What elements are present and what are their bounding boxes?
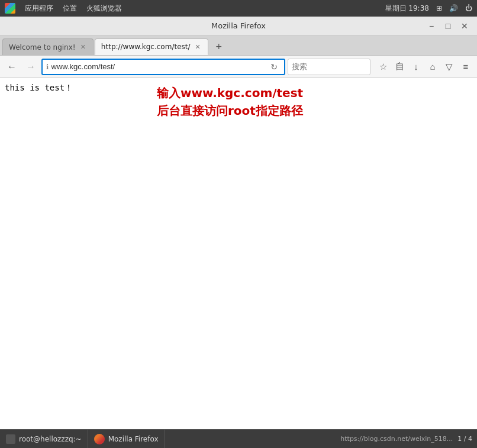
page-content-text: this is test！ bbox=[5, 83, 73, 92]
system-bar-left: 应用程序 位置 火狐浏览器 bbox=[5, 3, 122, 14]
bookmark-button[interactable]: ☆ bbox=[375, 59, 391, 75]
page-content: this is test！ 输入www.kgc.com/test 后台直接访问r… bbox=[0, 78, 477, 429]
tab-bar: Welcome to nginx! ✕ http://www.kgc.com/t… bbox=[0, 36, 477, 56]
firefox-icon bbox=[94, 434, 105, 444]
tab-nginx-close[interactable]: ✕ bbox=[79, 43, 87, 51]
reload-button[interactable]: ↻ bbox=[267, 60, 281, 73]
shield-button[interactable]: ▽ bbox=[441, 59, 457, 75]
terminal-icon bbox=[6, 434, 15, 444]
menu-item-position[interactable]: 位置 bbox=[63, 4, 77, 14]
info-icon: ℹ bbox=[46, 63, 49, 71]
nav-bar: ← → ℹ ↻ ☆ 自 ↓ ⌂ ▽ ≡ bbox=[0, 56, 477, 78]
annotation-line2: 后台直接访问root指定路径 bbox=[157, 102, 303, 120]
taskbar-terminal-label: root@hellozzzq:~ bbox=[19, 435, 82, 443]
toolbar-icons: ☆ 自 ↓ ⌂ ▽ ≡ bbox=[375, 59, 473, 75]
menu-item-firefox[interactable]: 火狐浏览器 bbox=[86, 4, 122, 14]
tab-test-label: http://www.kgc.com/test/ bbox=[101, 43, 191, 51]
search-input[interactable] bbox=[292, 62, 366, 71]
tab-nginx-label: Welcome to nginx! bbox=[9, 43, 76, 51]
search-bar[interactable] bbox=[288, 59, 370, 75]
power-icon[interactable]: ⏻ bbox=[465, 4, 472, 12]
annotation: 输入www.kgc.com/test 后台直接访问root指定路径 bbox=[157, 84, 303, 120]
home-button[interactable]: ⌂ bbox=[425, 59, 440, 75]
menu-button[interactable]: ≡ bbox=[458, 59, 473, 75]
taskbar-page-num: 1 / 4 bbox=[457, 435, 477, 443]
taskbar-terminal[interactable]: root@hellozzzq:~ bbox=[0, 430, 88, 448]
back-button[interactable]: ← bbox=[4, 59, 20, 75]
forward-button[interactable]: → bbox=[22, 59, 39, 75]
taskbar-firefox[interactable]: Mozilla Firefox bbox=[88, 430, 165, 448]
system-bar-right: 星期日 19:38 ⊞ 🔊 ⏻ bbox=[385, 4, 472, 14]
browser-title-bar: Mozilla Firefox − □ ✕ bbox=[0, 17, 477, 36]
download-button[interactable]: ↓ bbox=[408, 59, 424, 75]
annotation-line1: 输入www.kgc.com/test bbox=[157, 84, 303, 102]
browser-title: Mozilla Firefox bbox=[211, 21, 266, 30]
maximize-button[interactable]: □ bbox=[440, 20, 456, 33]
new-tab-button[interactable]: + bbox=[211, 38, 227, 55]
window-controls: − □ ✕ bbox=[424, 20, 472, 33]
apps-logo-icon[interactable] bbox=[5, 3, 15, 14]
system-bar: 应用程序 位置 火狐浏览器 星期日 19:38 ⊞ 🔊 ⏻ bbox=[0, 0, 477, 17]
reader-button[interactable]: 自 bbox=[392, 59, 407, 75]
taskbar-url-hint: https://blog.csdn.net/weixin_518... bbox=[340, 435, 457, 443]
tab-test-close[interactable]: ✕ bbox=[194, 43, 202, 51]
address-input[interactable] bbox=[51, 62, 265, 71]
minimize-button[interactable]: − bbox=[424, 20, 439, 33]
address-bar[interactable]: ℹ ↻ bbox=[41, 59, 285, 75]
network-icon[interactable]: ⊞ bbox=[436, 4, 442, 12]
tab-nginx[interactable]: Welcome to nginx! ✕ bbox=[2, 38, 94, 55]
menu-item-apps[interactable]: 应用程序 bbox=[25, 4, 53, 14]
close-button[interactable]: ✕ bbox=[457, 20, 472, 33]
taskbar-firefox-label: Mozilla Firefox bbox=[108, 435, 159, 443]
taskbar: root@hellozzzq:~ Mozilla Firefox https:/… bbox=[0, 429, 477, 448]
clock: 星期日 19:38 bbox=[385, 4, 429, 14]
tab-test[interactable]: http://www.kgc.com/test/ ✕ bbox=[95, 38, 208, 55]
volume-icon[interactable]: 🔊 bbox=[449, 4, 458, 12]
